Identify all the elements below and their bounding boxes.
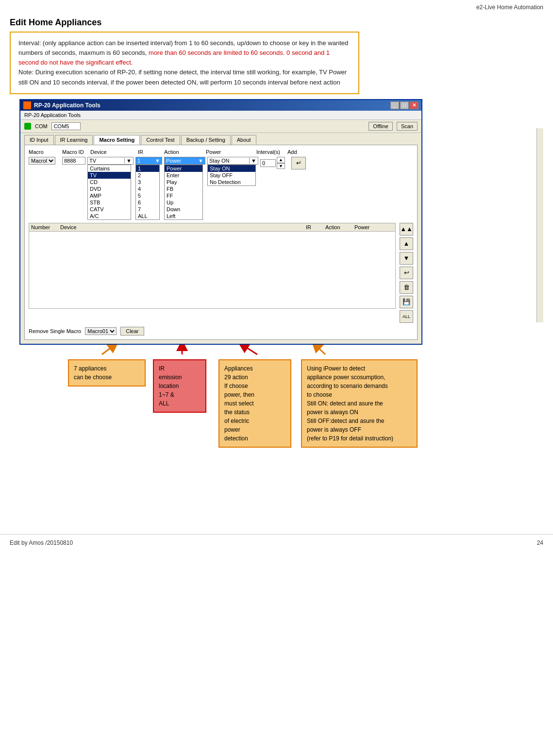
action-dropdown-list: Power Enter Play FB FF Up Down Left	[164, 165, 203, 220]
maximize-button[interactable]: □	[400, 101, 409, 109]
table-header: Number Device IR Action Power	[29, 223, 396, 231]
action-col-header: Action	[164, 149, 203, 155]
ir-selected-value: 1	[136, 157, 153, 164]
action-option-up[interactable]: Up	[165, 199, 202, 206]
interval-up-arrow[interactable]: ▲	[277, 157, 285, 163]
power-col2-header: Power	[354, 224, 393, 230]
undo-button[interactable]: ↩	[400, 267, 413, 279]
app-icon	[23, 101, 31, 109]
action-option-ff[interactable]: FF	[165, 192, 202, 199]
action-option-fb[interactable]: FB	[165, 185, 202, 192]
ir-option-1[interactable]: 1	[136, 165, 159, 172]
tab-ir-learning[interactable]: IR Learning	[55, 135, 93, 145]
app-titlebar: RP-20 Application Tools _ □ ✕	[20, 100, 421, 111]
move-up-button[interactable]: ▲	[400, 237, 413, 250]
device-dropdown-arrow[interactable]: ▼	[124, 158, 133, 164]
macro-id-col-header: Macro ID	[62, 149, 85, 155]
action-option-down[interactable]: Down	[165, 206, 202, 213]
action-option-power[interactable]: Power	[165, 165, 202, 172]
footer: Edit by Amos /20150810 24	[0, 534, 553, 551]
ir-option-3[interactable]: 3	[136, 179, 159, 185]
info-box: Interval: (only appliance action can be …	[10, 32, 359, 94]
action-option-left[interactable]: Left	[165, 213, 202, 219]
ann-action: Appliances 29 action If choose power, th…	[218, 359, 291, 448]
device-option-cd[interactable]: CD	[88, 179, 131, 185]
power-option-stay-on[interactable]: Stay ON	[208, 165, 255, 172]
ir-option-7[interactable]: 7	[136, 206, 159, 213]
action-selected-value: Power	[165, 157, 196, 164]
ir-col-header: IR	[138, 149, 162, 155]
app-menubar: RP-20 Application Tools	[20, 111, 421, 120]
device-option-amp[interactable]: AMP	[88, 192, 131, 199]
action-dropdown-arrow[interactable]: ▼	[196, 158, 205, 164]
ir-col2-header: IR	[306, 224, 325, 230]
add-col-header: Add	[287, 149, 302, 155]
action-option-enter[interactable]: Enter	[165, 172, 202, 179]
tab-about[interactable]: About	[232, 135, 256, 145]
save-all-button[interactable]: ALL	[400, 310, 413, 323]
ir-dropdown-list: 1 2 3 4 5 6 7 ALL	[135, 165, 160, 220]
device-option-tv[interactable]: TV	[88, 172, 131, 179]
macro-id-input[interactable]	[62, 157, 85, 165]
remove-label: Remove Single Macro	[29, 328, 81, 334]
footer-right: 24	[537, 539, 543, 546]
power-dropdown-list: Stay ON Stay OFF No Detection	[207, 165, 256, 186]
remove-macro-select[interactable]: Macro01	[85, 327, 117, 335]
scan-button[interactable]: Scan	[397, 122, 418, 131]
ann-power: Using iPower to detect appliance power s…	[301, 359, 418, 448]
minimize-button[interactable]: _	[390, 101, 399, 109]
add-button[interactable]: ↵	[291, 157, 306, 169]
close-button[interactable]: ✕	[410, 101, 419, 109]
svg-line-7	[316, 345, 325, 354]
move-up-top-button[interactable]: ▲▲	[400, 223, 413, 235]
page-header: e2-Live Home Automation	[0, 0, 553, 13]
power-option-no-detect[interactable]: No Detection	[208, 179, 255, 185]
remove-section: Remove Single Macro Macro01 Clear	[29, 327, 413, 336]
ir-dropdown-arrow[interactable]: ▼	[153, 158, 162, 164]
clear-button[interactable]: Clear	[120, 327, 144, 336]
ann-appliances: 7 appliances can be choose	[68, 359, 146, 386]
window-scrollbar[interactable]	[536, 128, 543, 322]
ir-option-all[interactable]: ALL	[136, 213, 159, 219]
save-button[interactable]: 💾	[400, 296, 413, 308]
app-toolbar: COM Offline Scan	[20, 120, 421, 133]
ir-option-2[interactable]: 2	[136, 172, 159, 179]
interval-input[interactable]	[260, 159, 276, 167]
move-down-button[interactable]: ▼	[400, 252, 413, 265]
footer-left: Edit by Amos /20150810	[10, 539, 73, 546]
tab-id-input[interactable]: ID Input	[24, 135, 54, 145]
ann-ir: IR emission location 1~7 & ALL	[153, 359, 206, 413]
ir-option-5[interactable]: 5	[136, 192, 159, 199]
app-window: RP-20 Application Tools _ □ ✕ RP-20 Appl…	[19, 99, 422, 345]
device-option-dvd[interactable]: DVD	[88, 185, 131, 192]
app-title: RP-20 Application Tools	[34, 102, 101, 109]
device-option-curtains[interactable]: Curtains	[88, 165, 131, 172]
device-dropdown-list: Curtains TV CD DVD AMP STB CATV A/C	[87, 165, 131, 220]
page-title: Edit Home Appliances	[0, 13, 553, 32]
number-header: Number	[31, 224, 60, 230]
interval-down-arrow[interactable]: ▼	[277, 163, 285, 169]
device-option-ac[interactable]: A/C	[88, 213, 131, 219]
device-option-catv[interactable]: CATV	[88, 206, 131, 213]
macro-select[interactable]: Macro01	[29, 157, 55, 165]
table-body	[29, 231, 396, 309]
power-col-header: Power	[206, 149, 254, 155]
action-option-play[interactable]: Play	[165, 179, 202, 185]
offline-button[interactable]: Offline	[369, 122, 393, 131]
tab-macro-setting[interactable]: Macro Setting	[94, 135, 140, 145]
right-buttons: ▲▲ ▲ ▼ ↩ 🗑 💾 ALL	[400, 223, 413, 323]
ir-option-4[interactable]: 4	[136, 185, 159, 192]
tab-backup-setting[interactable]: Backup / Setting	[181, 135, 231, 145]
ir-option-6[interactable]: 6	[136, 199, 159, 206]
green-status-dot	[24, 123, 31, 130]
action-col2-header: Action	[325, 224, 354, 230]
macro-col-header: Macro	[29, 149, 60, 155]
com-input[interactable]	[51, 122, 81, 130]
tab-control-test[interactable]: Control Test	[141, 135, 180, 145]
device-option-stb[interactable]: STB	[88, 199, 131, 206]
svg-line-6	[243, 345, 257, 354]
power-dropdown-arrow[interactable]: ▼	[249, 158, 258, 164]
delete-button[interactable]: 🗑	[400, 281, 413, 294]
interval-col-header: Interval(s)	[256, 149, 285, 155]
power-option-stay-off[interactable]: Stay OFF	[208, 172, 255, 179]
